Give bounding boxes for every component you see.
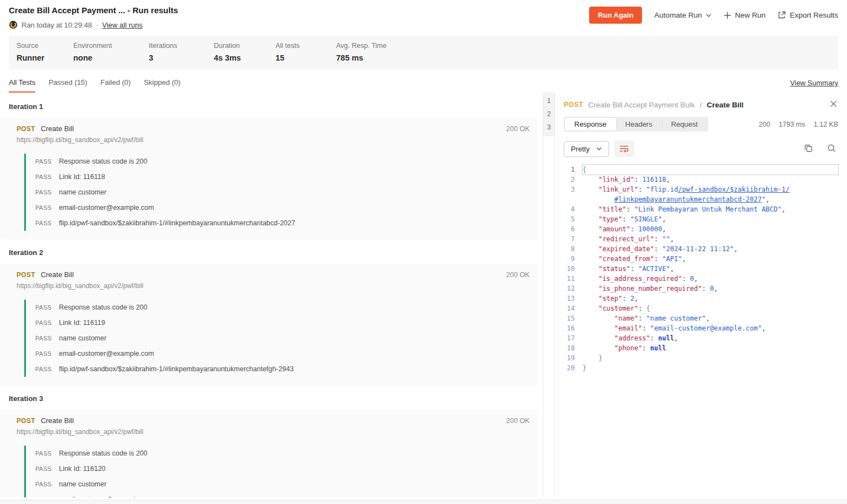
format-select-value: Pretty <box>571 145 590 153</box>
iteration-selector-item[interactable]: 2 <box>543 107 554 121</box>
test-row: PASS Response status code is 200 <box>35 446 530 461</box>
request-card[interactable]: POST Create Bill 200 OK https://bigflip.… <box>0 410 537 497</box>
request-url: https://bigflip.id/big_sandbox_api/v2/pw… <box>17 428 530 436</box>
test-result-badge: PASS <box>35 481 59 487</box>
line-number: 14 <box>564 304 582 313</box>
line-number: 19 <box>564 353 582 363</box>
line-number: 3 <box>564 185 582 194</box>
separator-dot: · <box>96 21 98 29</box>
response-status: 200 OK <box>506 271 530 279</box>
close-icon <box>830 100 837 107</box>
close-panel-button[interactable] <box>829 99 838 110</box>
copy-response-button[interactable] <box>802 142 815 156</box>
results-tab[interactable]: All Tests <box>9 78 35 93</box>
request-name: Create Bill <box>41 124 506 133</box>
results-tab[interactable]: Passed (15) <box>48 78 87 93</box>
test-name: email-customer@example.com <box>59 350 154 357</box>
stat-value: none <box>73 53 149 62</box>
stat-value: 785 ms <box>336 53 413 62</box>
summary-stat: Source Runner <box>17 42 73 62</box>
iteration-block: Iteration 1 POST Create Bill 200 OK http… <box>9 102 537 240</box>
code-line: 4 "title": "Link Pembayaran Untuk Mercha… <box>564 204 838 214</box>
automate-run-button[interactable]: Automate Run <box>654 11 711 19</box>
test-name: flip.id/pwf-sandbox/$zakiibrahim-1/#link… <box>59 365 294 373</box>
iteration-selector-item[interactable]: 1 <box>543 94 554 107</box>
test-result-badge: PASS <box>35 496 59 497</box>
request-method: POST <box>17 417 35 425</box>
run-results-page: Create Bill Accept Payment ... - Run res… <box>0 0 847 504</box>
code-line: 14 "customer": { <box>564 304 838 313</box>
test-result-badge: PASS <box>35 450 59 457</box>
line-number <box>564 194 582 204</box>
response-body-editor[interactable]: 1{2 "link_id": 116118,3 "link_url": "fli… <box>564 165 838 373</box>
iteration-selector-cells: 1 2 3 <box>543 93 554 136</box>
response-request-method: POST <box>564 101 583 109</box>
request-card[interactable]: POST Create Bill 200 OK https://bigflip.… <box>0 264 537 386</box>
results-tab[interactable]: Failed (0) <box>100 78 131 93</box>
test-results-list: PASS Response status code is 200 PASS Li… <box>24 300 530 377</box>
request-url: https://bigflip.id/big_sandbox_api/v2/pw… <box>17 136 530 144</box>
results-tab[interactable]: Skipped (0) <box>144 78 180 93</box>
run-timestamp: Ran today at 10:29:48 <box>21 21 92 29</box>
copy-icon <box>804 144 813 153</box>
code-line: 13 "step": 2, <box>564 294 838 304</box>
view-all-runs-link[interactable]: View all runs <box>102 21 142 29</box>
iteration-selector-item[interactable]: 3 <box>543 121 554 134</box>
summary-stat: Duration 4s 3ms <box>214 42 276 62</box>
iteration-title: Iteration 3 <box>9 394 537 403</box>
test-row: PASS name customer <box>35 476 530 492</box>
line-number: 10 <box>564 264 582 274</box>
code-line: 12 "is_phone_number_required": 0, <box>564 284 838 294</box>
new-run-button[interactable]: New Run <box>724 11 766 19</box>
runner-icon <box>9 20 18 29</box>
code-line: 6 "amount": 100000, <box>564 224 838 234</box>
search-response-button[interactable] <box>825 142 838 156</box>
test-result-badge: PASS <box>35 350 59 357</box>
new-run-label: New Run <box>735 11 766 19</box>
test-name: email-customer@example.com <box>59 496 154 497</box>
stat-label: Source <box>17 42 73 50</box>
code-line: 9 "created_from": "API", <box>564 254 838 264</box>
code-line: 20} <box>564 363 838 373</box>
request-method: POST <box>17 271 35 279</box>
test-name: Response status code is 200 <box>59 304 148 311</box>
request-name: Create Bill <box>41 270 506 279</box>
page-header: Create Bill Accept Payment ... - Run res… <box>0 0 847 29</box>
test-name: Link Id: 116119 <box>59 319 105 327</box>
test-name: Link Id: 116120 <box>59 465 106 473</box>
export-results-button[interactable]: Export Results <box>778 11 838 19</box>
view-summary-link[interactable]: View Summary <box>790 79 838 92</box>
code-line: 3 "link_url": "flip.id/pwf-sandbox/$zaki… <box>564 185 838 194</box>
response-tab-headers[interactable]: Headers <box>616 118 662 131</box>
wrap-text-button[interactable] <box>614 140 634 157</box>
request-header: POST Create Bill 200 OK <box>17 124 530 133</box>
test-name: flip.id/pwf-sandbox/$zakiibrahim-1/#link… <box>59 219 295 227</box>
response-meta: 200 1793 ms 1.12 KB <box>708 121 838 128</box>
code-line: 11 "is_address_required": 0, <box>564 274 838 284</box>
page-title: Create Bill Accept Payment ... - Run res… <box>9 6 178 15</box>
response-status-code: 200 <box>759 121 770 128</box>
run-again-button[interactable]: Run Again <box>589 7 643 24</box>
request-name: Create Bill <box>41 416 506 425</box>
line-number: 8 <box>564 244 582 254</box>
test-result-badge: PASS <box>35 204 59 211</box>
export-results-label: Export Results <box>790 11 838 19</box>
summary-stat: Environment none <box>73 42 149 62</box>
request-card[interactable]: POST Create Bill 200 OK https://bigflip.… <box>0 118 537 240</box>
test-result-badge: PASS <box>35 158 59 165</box>
line-number: 11 <box>564 274 582 284</box>
results-tabs: All Tests Passed (15) Failed (0) Skipped… <box>9 78 790 93</box>
code-line: 15 "name": "name customer", <box>564 313 838 323</box>
line-number: 18 <box>564 343 582 353</box>
breadcrumb-parent[interactable]: Create Bill Accept Payment Bulk <box>588 101 695 109</box>
horizontal-scrollbar[interactable] <box>0 500 847 504</box>
response-tab-response[interactable]: Response <box>565 118 616 131</box>
format-select[interactable]: Pretty <box>564 141 609 157</box>
line-number: 17 <box>564 333 582 343</box>
iteration-block: Iteration 3 POST Create Bill 200 OK http… <box>9 394 537 497</box>
stat-label: All tests <box>276 42 336 50</box>
response-panel: POST Create Bill Accept Payment Bulk / C… <box>555 93 847 497</box>
iteration-title: Iteration 2 <box>9 248 537 257</box>
response-tab-request[interactable]: Request <box>662 118 707 131</box>
test-name: Link Id: 116118 <box>59 173 105 181</box>
